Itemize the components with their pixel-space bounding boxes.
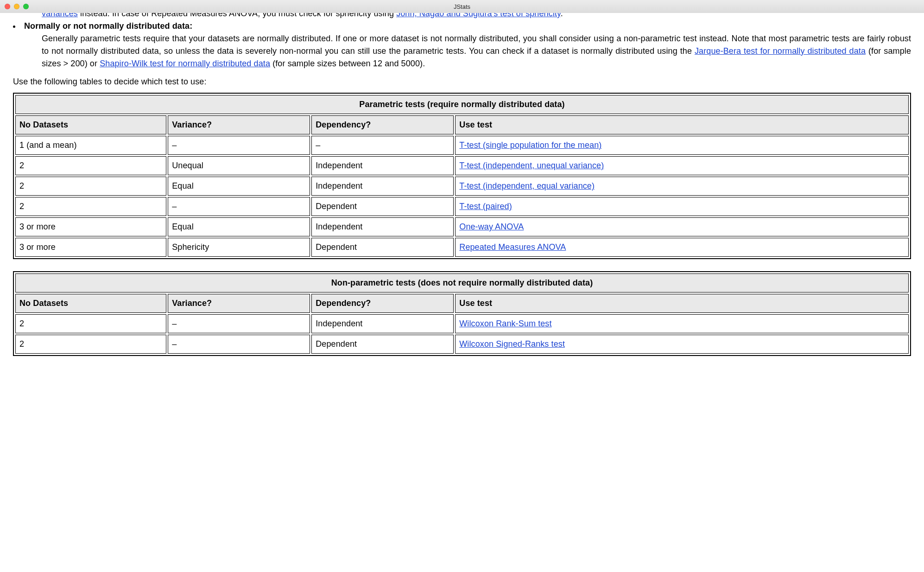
table-cell: Independent	[311, 314, 454, 333]
window-title: JStats	[0, 3, 924, 10]
shapiro-wilk-link[interactable]: Shapiro-Wilk test for normally distribut…	[100, 59, 270, 68]
minimize-window-button[interactable]	[14, 4, 19, 9]
table-cell: Dependent	[311, 238, 454, 257]
table-row: 2–DependentWilcoxon Signed-Ranks test	[15, 335, 909, 354]
close-window-button[interactable]	[5, 4, 10, 9]
test-link[interactable]: T-test (paired)	[459, 202, 512, 211]
zoom-window-button[interactable]	[23, 4, 29, 9]
table-row: 2EqualIndependentT-test (independent, eq…	[15, 177, 909, 196]
test-link[interactable]: T-test (independent, equal variance)	[459, 181, 595, 191]
table-cell: Independent	[311, 156, 454, 175]
content-scroll-area[interactable]: variances instead. In case of Repeated M…	[0, 13, 924, 572]
jarque-bera-link[interactable]: Jarque-Bera test for normally distribute…	[695, 46, 866, 56]
table-cell: 1 (and a mean)	[15, 136, 166, 155]
parametric-table-caption: Parametric tests (require normally distr…	[15, 95, 909, 114]
table-row: 3 or moreEqualIndependentOne-way ANOVA	[15, 217, 909, 236]
table-row: 2–DependentT-test (paired)	[15, 197, 909, 216]
table-cell: Independent	[311, 177, 454, 196]
table-cell: 2	[15, 197, 166, 216]
test-link[interactable]: One-way ANOVA	[459, 222, 524, 231]
col-header-dependency: Dependency?	[311, 294, 454, 313]
text-fragment: instead. In case of Repeated Measures AN…	[78, 13, 396, 18]
test-link[interactable]: Repeated Measures ANOVA	[459, 242, 566, 252]
previous-bullet-tail: variances instead. In case of Repeated M…	[42, 13, 911, 20]
table-cell: Wilcoxon Rank-Sum test	[455, 314, 909, 333]
table-cell: Wilcoxon Signed-Ranks test	[455, 335, 909, 354]
test-link[interactable]: Wilcoxon Rank-Sum test	[459, 319, 551, 328]
table-cell: 2	[15, 177, 166, 196]
table-cell: –	[311, 136, 454, 155]
table-cell: Independent	[311, 217, 454, 236]
bullet-heading: Normally or not normally distributed dat…	[24, 21, 192, 31]
table-cell: Equal	[168, 217, 310, 236]
window-controls	[0, 4, 29, 9]
col-header-usetest: Use test	[455, 294, 909, 313]
table-cell: 3 or more	[15, 238, 166, 257]
table-cell: Repeated Measures ANOVA	[455, 238, 909, 257]
nonparametric-table-caption: Non-parametric tests (does not require n…	[15, 273, 909, 292]
table-cell: One-way ANOVA	[455, 217, 909, 236]
test-link[interactable]: T-test (independent, unequal variance)	[459, 161, 604, 170]
parametric-tests-table: Parametric tests (require normally distr…	[13, 93, 911, 259]
table-cell: 3 or more	[15, 217, 166, 236]
table-cell: T-test (single population for the mean)	[455, 136, 909, 155]
table-cell: –	[168, 335, 310, 354]
window-titlebar: JStats	[0, 0, 924, 13]
nonparametric-tests-table: Non-parametric tests (does not require n…	[13, 271, 911, 356]
text-fragment: .	[561, 13, 563, 18]
variances-link[interactable]: variances	[42, 13, 78, 18]
sphericity-test-link[interactable]: John, Nagao and Sugiura's test of spheri…	[396, 13, 561, 18]
col-header-variance: Variance?	[168, 294, 310, 313]
col-header-dependency: Dependency?	[311, 115, 454, 134]
test-link[interactable]: Wilcoxon Signed-Ranks test	[459, 339, 565, 349]
table-cell: 2	[15, 314, 166, 333]
intro-para: Use the following tables to decide which…	[13, 76, 911, 88]
col-header-variance: Variance?	[168, 115, 310, 134]
table-cell: –	[168, 136, 310, 155]
table-cell: 2	[15, 156, 166, 175]
bullet-normal-data: Normally or not normally distributed dat…	[13, 20, 911, 70]
table-cell: T-test (independent, unequal variance)	[455, 156, 909, 175]
table-cell: 2	[15, 335, 166, 354]
test-link[interactable]: T-test (single population for the mean)	[459, 140, 601, 150]
bullet-text-post: (for sample sizes between 12 and 5000).	[272, 59, 425, 68]
col-header-datasets: No Datasets	[15, 294, 166, 313]
table-row: 2–IndependentWilcoxon Rank-Sum test	[15, 314, 909, 333]
table-cell: Unequal	[168, 156, 310, 175]
table-row: 2UnequalIndependentT-test (independent, …	[15, 156, 909, 175]
table-cell: T-test (independent, equal variance)	[455, 177, 909, 196]
col-header-datasets: No Datasets	[15, 115, 166, 134]
table-cell: Sphericity	[168, 238, 310, 257]
col-header-usetest: Use test	[455, 115, 909, 134]
table-cell: –	[168, 314, 310, 333]
table-cell: Equal	[168, 177, 310, 196]
table-row: 1 (and a mean)––T-test (single populatio…	[15, 136, 909, 155]
table-cell: T-test (paired)	[455, 197, 909, 216]
table-cell: Dependent	[311, 335, 454, 354]
table-cell: Dependent	[311, 197, 454, 216]
table-cell: –	[168, 197, 310, 216]
table-row: 3 or moreSphericityDependentRepeated Mea…	[15, 238, 909, 257]
